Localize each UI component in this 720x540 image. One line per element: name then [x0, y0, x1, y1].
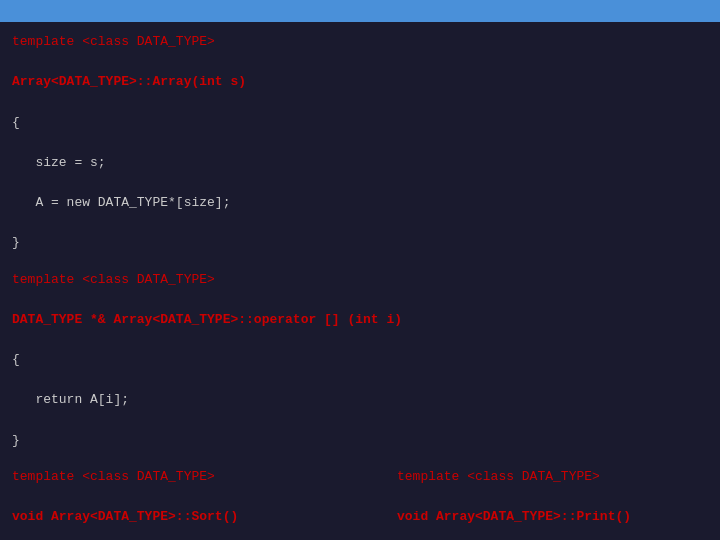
code-block-2-pre: template <class DATA_TYPE> DATA_TYPE *& … [12, 270, 708, 451]
code-block-1: template <class DATA_TYPE> Array<DATA_TY… [12, 32, 708, 254]
code-block-3: template <class DATA_TYPE> void Array<DA… [12, 467, 708, 540]
code-block-3-left-pre: template <class DATA_TYPE> void Array<DA… [12, 467, 397, 540]
code-area: template <class DATA_TYPE> Array<DATA_TY… [0, 22, 720, 540]
code-block-3-right: template <class DATA_TYPE> void Array<DA… [397, 467, 708, 540]
code-block-3-left: template <class DATA_TYPE> void Array<DA… [12, 467, 397, 540]
title-bar [0, 0, 720, 22]
code-block-1-pre: template <class DATA_TYPE> Array<DATA_TY… [12, 32, 708, 254]
code-block-2: template <class DATA_TYPE> DATA_TYPE *& … [12, 270, 708, 451]
code-block-3-right-pre: template <class DATA_TYPE> void Array<DA… [397, 467, 708, 540]
